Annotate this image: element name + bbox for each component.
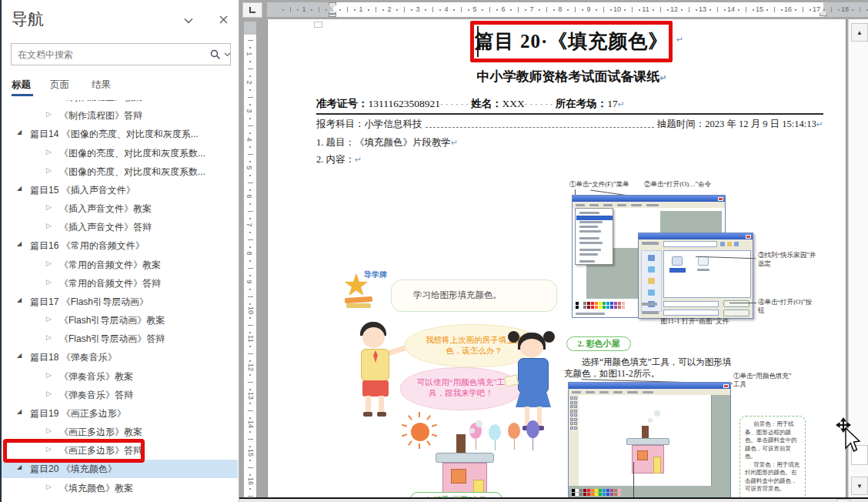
h-ruler-tick — [297, 9, 299, 11]
v-ruler-tick — [248, 182, 253, 183]
h-ruler-tick — [603, 7, 604, 12]
expand-triangle-icon[interactable]: ▷ — [46, 390, 52, 397]
expand-triangle-icon[interactable]: ▷ — [46, 148, 52, 156]
nav-tree-item[interactable]: ▷《Flash引导层动画》答辩 — [2, 330, 238, 348]
collapse-triangle-icon[interactable]: ◢ — [17, 408, 22, 415]
search-icon[interactable] — [210, 49, 221, 60]
expand-triangle-icon[interactable]: ▷ — [46, 333, 52, 341]
h-ruler-tick — [525, 9, 526, 11]
v-ruler-number: 13 — [247, 392, 255, 400]
h-ruler-tick — [689, 7, 689, 12]
dot-leader: ······ — [440, 99, 471, 109]
tool-icon — [570, 427, 573, 430]
v-ruler-tick — [249, 488, 251, 490]
h-ruler-tick — [838, 9, 840, 11]
fig1-callout-3: ③找到“快乐家园”并选定 — [758, 251, 818, 268]
v-ruler-tick — [249, 175, 251, 176]
v-ruler-number: 6 — [245, 194, 253, 198]
collapse-triangle-icon[interactable]: ◢ — [17, 240, 22, 247]
nav-tree-item[interactable]: ▷《Flash引导层动画》教案 — [2, 311, 238, 330]
tab-headings[interactable]: 标题 — [12, 79, 31, 92]
section-divider-rule — [316, 113, 823, 115]
subject-text: 报考科目：小学信息科技 — [316, 118, 422, 131]
nav-tree-item[interactable]: ▷《制作流程图》教案 — [2, 100, 238, 106]
palette-color-swatch — [618, 306, 621, 309]
expand-triangle-icon[interactable]: ▷ — [46, 483, 52, 490]
scroll-up-button[interactable]: ▲ — [851, 23, 868, 42]
nav-tree-item[interactable]: ▷《填充颜色》教案 — [2, 479, 238, 497]
girl-face — [520, 339, 543, 357]
nav-tree-item[interactable]: ▷《弹奏音乐》答辩 — [2, 386, 238, 404]
search-options-chevron-icon[interactable] — [224, 52, 231, 57]
expand-triangle-icon[interactable]: ▷ — [46, 427, 52, 434]
nav-tree-item[interactable]: ◢篇目19 《画正多边形》 — [2, 404, 238, 423]
h-ruler-tick — [546, 7, 547, 12]
palette-color-swatch — [599, 489, 602, 492]
collapse-triangle-icon[interactable]: ◢ — [17, 296, 22, 303]
left-indent-marker[interactable] — [329, 14, 336, 17]
sun-core — [411, 423, 429, 441]
nav-tree-item[interactable]: ▷《图像的亮度、对比度和灰度系数... — [2, 162, 238, 181]
h-ruler-number: 6 — [501, 5, 505, 13]
nav-tree-item[interactable]: ◢篇目14 《图像的亮度、对比度和灰度系... — [2, 125, 238, 143]
illegible-text-smudge — [631, 204, 642, 206]
nav-tree-item[interactable]: ▷《填充颜色》答辩 — [2, 497, 238, 502]
expand-triangle-icon[interactable]: ▷ — [46, 166, 52, 174]
nav-tree-item[interactable]: ◢篇目18 《弹奏音乐》 — [2, 348, 238, 366]
h-ruler-tick — [311, 9, 312, 11]
expand-triangle-icon[interactable]: ▷ — [46, 259, 52, 267]
fig1-callout-2: ②单击“打开(O)…”命令 — [644, 180, 721, 189]
expand-triangle-icon[interactable]: ▷ — [46, 315, 52, 323]
nav-tree-item[interactable]: ▷《弹奏音乐》教案 — [2, 367, 238, 386]
places-icon — [648, 255, 655, 261]
h-ruler-tick — [860, 7, 860, 12]
subtitle-text: 中小学教师资格考试面试备课纸 — [476, 69, 659, 84]
v-ruler-tick — [249, 460, 251, 461]
nav-tree-item[interactable]: ▷《图像的亮度、对比度和灰度系数... — [2, 144, 238, 162]
nav-pane-close-icon[interactable] — [215, 12, 232, 29]
document-page[interactable]: 篇目 20·《填充颜色》 ↵ 中小学教师资格考试面试备课纸↵ 准考证号：1311… — [267, 19, 846, 502]
nav-tree-item[interactable]: ◢篇目17 《Flash引导层动画》 — [2, 293, 238, 311]
nav-pane-options-chevron-icon[interactable] — [180, 12, 197, 29]
expand-triangle-icon[interactable]: ▷ — [46, 371, 52, 379]
expand-triangle-icon[interactable]: ▷ — [46, 110, 52, 118]
balloon-string — [514, 439, 515, 450]
collapse-triangle-icon[interactable]: ◢ — [17, 464, 22, 470]
word-window: 导航 标题 页面 结果 ▷《制作流程图》教案▷《制作流程图》答辩◢篇目14 《图… — [0, 0, 868, 502]
collapse-triangle-icon[interactable]: ◢ — [17, 129, 22, 136]
horizontal-ruler[interactable]: 1123456789101112131415161718 — [267, 2, 868, 17]
illegible-text-smudge — [642, 311, 659, 314]
nav-tree-item[interactable]: ▷《常用的音频文件》答辩 — [2, 274, 238, 293]
expand-triangle-icon[interactable]: ▷ — [46, 203, 52, 211]
h-ruler-number: 1 — [302, 5, 305, 13]
illegible-text-smudge — [572, 391, 581, 393]
dash-leader — [426, 122, 654, 128]
tab-stop-selector[interactable] — [242, 2, 262, 18]
boy-leg — [366, 396, 371, 413]
palette-color-swatch — [603, 306, 606, 309]
paragraph-mark: ↵ — [618, 99, 625, 109]
house-chimney — [642, 426, 649, 439]
nav-tree-item[interactable]: ◢篇目15 《插入声音文件》 — [2, 181, 238, 199]
h-ruler-tick — [803, 7, 803, 12]
tab-results[interactable]: 结果 — [92, 79, 111, 92]
expand-triangle-icon[interactable]: ▷ — [46, 222, 52, 229]
vertical-ruler[interactable]: 12345678910111213141516 — [244, 22, 256, 502]
boy-cartoon — [339, 322, 412, 422]
palette-color-swatch — [618, 493, 621, 496]
nav-tree-item[interactable]: ◢篇目16 《常用的音频文件》 — [2, 236, 238, 255]
exam-info-line: 准考证号：13111623508921······姓名：XXX······所在考… — [316, 97, 824, 111]
nav-tree-item[interactable]: ▷《制作流程图》答辩 — [2, 106, 238, 125]
v-ruler-tick — [249, 104, 251, 105]
collapse-triangle-icon[interactable]: ◢ — [17, 185, 22, 192]
scroll-down-button[interactable]: ▼ — [851, 477, 868, 495]
expand-triangle-icon[interactable]: ▷ — [46, 278, 52, 286]
collapse-triangle-icon[interactable]: ◢ — [17, 352, 22, 359]
tab-pages[interactable]: 页面 — [50, 79, 69, 92]
nav-tree-item[interactable]: ▷《常用的音频文件》教案 — [2, 256, 238, 274]
h-ruler-tick — [766, 9, 768, 11]
nav-tree-item[interactable]: ▷《插入声音文件》答辩 — [2, 218, 238, 236]
illegible-text-smudge — [579, 242, 603, 244]
nav-tree-item[interactable]: ▷《插入声音文件》教案 — [2, 199, 238, 218]
search-input[interactable] — [18, 45, 195, 64]
